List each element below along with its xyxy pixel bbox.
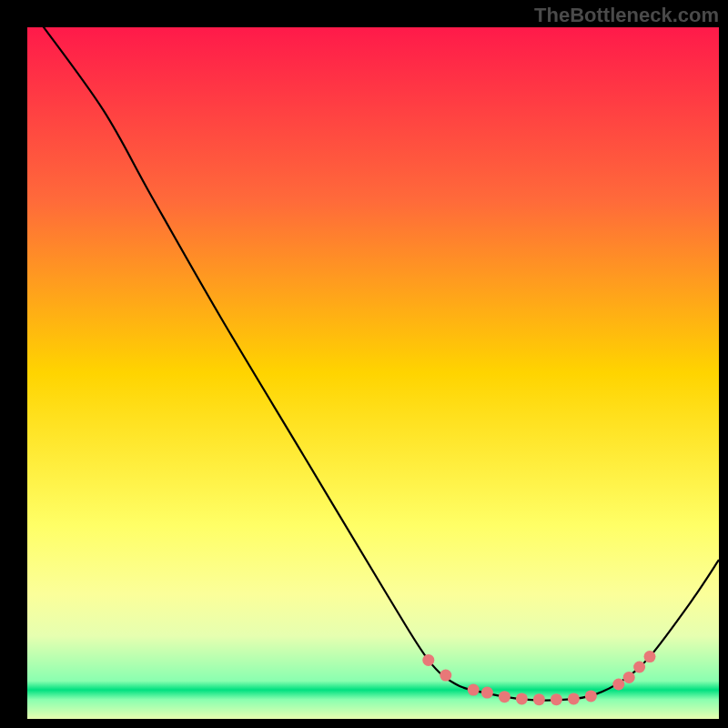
marker-point [612, 679, 624, 691]
marker-point [481, 687, 493, 699]
chart-svg [0, 0, 728, 728]
marker-point [516, 693, 528, 704]
marker-point [533, 693, 545, 705]
plot-background [27, 27, 719, 719]
marker-point [623, 672, 635, 683]
marker-point [585, 690, 597, 702]
marker-point [551, 693, 562, 705]
marker-point [499, 691, 511, 703]
attribution-label: TheBottleneck.com [534, 4, 719, 27]
marker-point [422, 654, 434, 666]
marker-point [568, 693, 580, 704]
marker-point [440, 670, 451, 682]
marker-point [633, 662, 645, 673]
chart-container: TheBottleneck.com [0, 0, 728, 728]
marker-point [468, 684, 480, 696]
marker-point [644, 651, 656, 662]
